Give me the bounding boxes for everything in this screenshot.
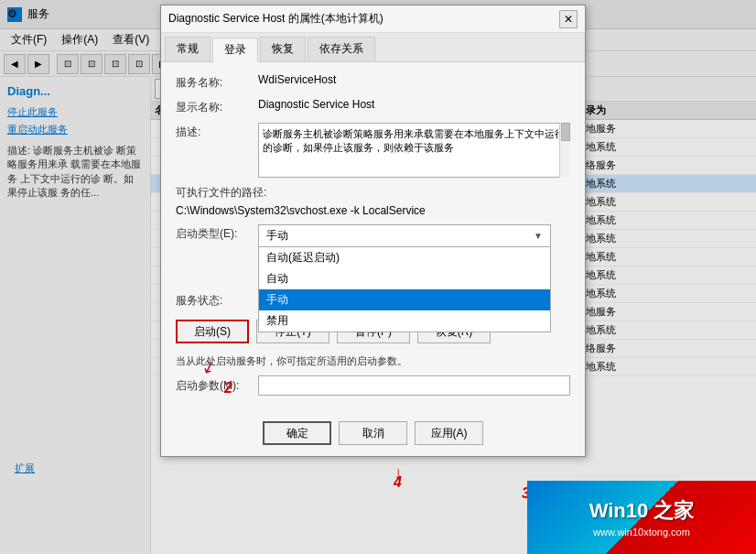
display-name-value: Diagnostic Service Host: [258, 98, 374, 111]
service-name-label: 服务名称:: [176, 73, 258, 91]
watermark-area: Win10 之家 www.win10xtong.com: [527, 481, 756, 554]
watermark-inner: Win10 之家 www.win10xtong.com: [589, 497, 695, 538]
start-button[interactable]: 启动(S): [176, 320, 249, 343]
path-section: 可执行文件的路径: C:\Windows\System32\svchost.ex…: [176, 185, 570, 217]
arrow-icon-4: ↓: [394, 462, 403, 483]
dropdown-option-manual[interactable]: 手动: [259, 289, 550, 310]
path-value: C:\Windows\System32\svchost.exe -k Local…: [176, 204, 570, 217]
modal-close-button[interactable]: ✕: [559, 10, 578, 28]
startup-type-row: 启动类型(E): 手动 ▼ 自动(延迟启动) 自动 手动 禁用: [176, 224, 570, 247]
path-label: 可执行文件的路径:: [176, 185, 570, 201]
watermark-main-text: Win10 之家: [589, 497, 695, 525]
cancel-button[interactable]: 取消: [339, 421, 407, 445]
dropdown-header[interactable]: 手动 ▼: [258, 224, 551, 247]
dropdown-option-delayed-auto[interactable]: 自动(延迟启动): [259, 247, 550, 268]
modal-title: Diagnostic Service Host 的属性(本地计算机): [168, 11, 383, 27]
param-input[interactable]: [258, 375, 570, 396]
hint-text: 当从此处启动服务时，你可指定所适用的启动参数。: [176, 354, 570, 368]
tab-dependencies[interactable]: 依存关系: [308, 37, 375, 61]
ok-button[interactable]: 确定: [263, 421, 331, 445]
dropdown-arrow-icon: ▼: [534, 231, 543, 241]
modal-tabs: 常规 登录 恢复 依存关系: [161, 33, 585, 62]
tab-login[interactable]: 登录: [212, 38, 258, 62]
startup-type-label: 启动类型(E):: [176, 224, 258, 242]
modal-content: 服务名称: WdiServiceHost 显示名称: Diagnostic Se…: [161, 62, 585, 414]
tab-recovery[interactable]: 恢复: [260, 37, 306, 61]
dropdown-current-value: 手动: [266, 228, 288, 244]
annotation-2: 2: [224, 380, 232, 396]
description-label: 描述:: [176, 123, 258, 140]
apply-button[interactable]: 应用(A): [415, 421, 483, 445]
param-label: 启动参数(M):: [176, 378, 258, 394]
tab-general[interactable]: 常规: [165, 37, 211, 61]
display-name-row: 显示名称: Diagnostic Service Host: [176, 98, 570, 115]
startup-param-row: 启动参数(M):: [176, 375, 570, 396]
modal-overlay: Diagnostic Service Host 的属性(本地计算机) ✕ 常规 …: [0, 0, 756, 554]
description-row: 描述: 诊断服务主机被诊断策略服务用来承载需要在本地服务上下文中运行的诊断，如果…: [176, 123, 570, 178]
dialog-footer: 确定 取消 应用(A): [161, 414, 585, 456]
watermark-url: www.win10xtong.com: [589, 527, 695, 538]
startup-type-dropdown[interactable]: 手动 ▼ 自动(延迟启动) 自动 手动 禁用: [258, 224, 551, 247]
dropdown-list: 自动(延迟启动) 自动 手动 禁用: [258, 247, 551, 332]
dropdown-option-disabled[interactable]: 禁用: [259, 310, 550, 331]
dropdown-option-auto[interactable]: 自动: [259, 268, 550, 289]
service-status-label: 服务状态:: [176, 293, 258, 309]
service-name-value: WdiServiceHost: [258, 73, 336, 86]
service-name-row: 服务名称: WdiServiceHost: [176, 73, 570, 91]
modal-titlebar: Diagnostic Service Host 的属性(本地计算机) ✕: [161, 5, 585, 33]
description-text: 诊断服务主机被诊断策略服务用来承载需要在本地服务上下文中运行的诊断，如果停止该服…: [258, 123, 570, 178]
display-name-label: 显示名称:: [176, 98, 258, 115]
